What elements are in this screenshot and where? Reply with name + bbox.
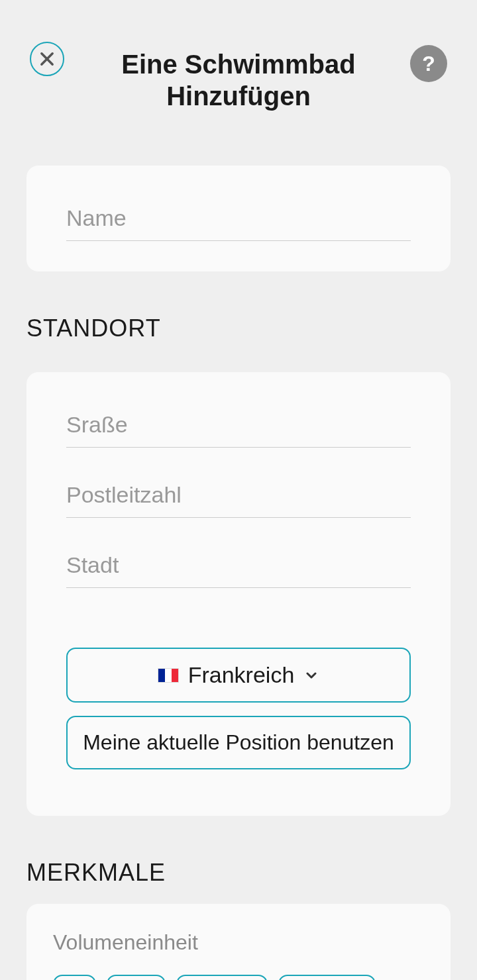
street-field[interactable] — [66, 405, 411, 448]
postal-field[interactable] — [66, 475, 411, 518]
use-current-location-button[interactable]: Meine aktuelle Position benutzen — [66, 716, 411, 769]
features-heading: MERKMALE — [26, 859, 450, 887]
name-input-group — [66, 199, 411, 241]
unit-buttons-row: L m3 gal US gal Imp — [53, 975, 424, 980]
name-card — [26, 166, 450, 271]
header: Eine Schwimmbad Hinzufügen ? — [0, 0, 477, 132]
unit-m3-button[interactable]: m3 — [107, 975, 166, 980]
street-input-group — [66, 405, 411, 448]
country-label: Frankreich — [188, 662, 295, 688]
close-icon — [38, 50, 56, 68]
country-selector[interactable]: Frankreich — [66, 648, 411, 703]
close-button[interactable] — [30, 42, 64, 76]
unit-gal-imp-button[interactable]: gal Imp — [278, 975, 375, 980]
city-input-group — [66, 546, 411, 588]
unit-l-button[interactable]: L — [53, 975, 96, 980]
features-card: Volumeneinheit L m3 gal US gal Imp — [26, 904, 450, 980]
chevron-down-icon — [303, 667, 319, 683]
question-icon: ? — [422, 52, 435, 76]
help-button[interactable]: ? — [410, 45, 447, 82]
france-flag-icon — [158, 668, 179, 683]
volume-unit-label: Volumeneinheit — [53, 930, 424, 955]
unit-gal-us-button[interactable]: gal US — [176, 975, 268, 980]
location-heading: STANDORT — [26, 315, 450, 342]
location-card: Frankreich Meine aktuelle Position benut… — [26, 372, 450, 816]
name-field[interactable] — [66, 199, 411, 241]
postal-input-group — [66, 475, 411, 518]
page-title: Eine Schwimmbad Hinzufügen — [26, 38, 450, 112]
city-field[interactable] — [66, 546, 411, 588]
